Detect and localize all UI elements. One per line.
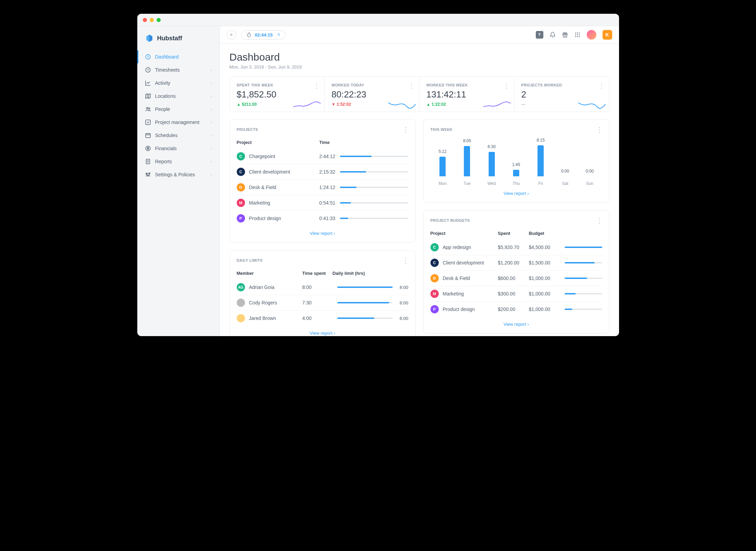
this-week-chart: 5:12 Mon8:05 Tue6:30 Wed1:45 Thu8:15 Fri… — [430, 138, 602, 186]
page-title: Dashboard — [230, 51, 609, 63]
member-avatar — [237, 299, 245, 307]
stat-value: 80:22:23 — [331, 89, 412, 100]
gift-icon — [562, 32, 568, 38]
project-name: Product design — [249, 216, 281, 221]
stat-label: WORKED THIS WEEK — [426, 83, 507, 87]
sidebar-item-financials[interactable]: Financials› — [137, 142, 220, 155]
project-icon: C — [237, 152, 245, 160]
sidebar-item-label: People — [155, 106, 170, 112]
user-badge[interactable]: K — [603, 30, 612, 40]
svg-rect-5 — [146, 134, 150, 138]
help-button[interactable]: ? — [536, 31, 543, 39]
sidebar-item-timesheets[interactable]: Timesheets› — [137, 63, 220, 76]
stat-card: ⋮ WORKED THIS WEEK 131:42:11 ▲ 1:22:02 — [419, 77, 514, 112]
notifications-button[interactable] — [550, 32, 556, 38]
project-row[interactable]: MMarketing 0:54:51 — [237, 195, 408, 211]
project-row[interactable]: CChargepoint 2:44:12 — [237, 149, 408, 164]
brand-name: Hubstaff — [157, 35, 182, 42]
page-date-range: Mon, Jun 3, 2019 - Sun, Jun 9, 2019 — [230, 64, 609, 70]
timer-pill[interactable]: 02:44:15 — [241, 30, 286, 40]
sidebar-item-reports[interactable]: Reports› — [137, 155, 220, 168]
progress-bar — [340, 187, 408, 188]
budgets-head: Project Spent Budget — [430, 229, 602, 240]
limits-view-report-link[interactable]: View report › — [310, 331, 335, 336]
project-row[interactable]: PProduct design 0:41:33 — [237, 211, 408, 226]
project-name: Chargepoint — [249, 154, 275, 159]
svg-point-15 — [578, 32, 579, 33]
stat-more-button[interactable]: ⋮ — [313, 82, 319, 90]
minimize-window-icon[interactable] — [150, 18, 154, 22]
budget-project-name: Client development — [443, 260, 484, 266]
external-link-icon — [276, 33, 280, 37]
budget-spent: $600.00 — [498, 276, 529, 281]
gifts-button[interactable] — [562, 32, 568, 38]
chart-label: Wed — [487, 181, 496, 186]
bell-icon — [550, 32, 556, 38]
this-week-view-report-link[interactable]: View report › — [503, 191, 529, 196]
limit-row[interactable]: AGAdrian Goia 8:00 8:00 — [237, 280, 408, 295]
clock-icon — [145, 67, 151, 73]
budget-amount: $1,000.00 — [529, 276, 560, 281]
chevron-right-icon: › — [211, 147, 212, 150]
profile-avatar[interactable] — [587, 30, 596, 40]
stat-label: SPENT THIS WEEK — [237, 83, 318, 87]
stat-more-button[interactable]: ⋮ — [408, 82, 414, 90]
budget-bar — [565, 309, 602, 310]
budget-bar — [565, 247, 602, 248]
sidebar-item-settings-policies[interactable]: Settings & Policies› — [137, 168, 220, 181]
sidebar-item-activity[interactable]: Activity› — [137, 76, 220, 90]
member-avatar: AG — [237, 283, 245, 291]
sidebar-item-project-management[interactable]: Project management› — [137, 116, 220, 129]
svg-point-9 — [147, 175, 148, 176]
maximize-window-icon[interactable] — [157, 18, 161, 22]
stat-card: ⋮ WORKED TODAY 80:22:23 ▼ 1:52:02 — [324, 77, 419, 112]
limit-row[interactable]: Jared Brown 4:00 6:00 — [237, 311, 408, 326]
project-row[interactable]: CClient development 2:15:32 — [237, 164, 408, 180]
budgets-view-report-link[interactable]: View report › — [503, 322, 529, 327]
project-icon: D — [237, 183, 245, 191]
project-time: 2:44:12 — [319, 154, 336, 159]
main-content: 02:44:15 ? K Dashboard Mon, Jun 3, 2019 … — [220, 26, 619, 336]
project-icon: C — [430, 243, 439, 251]
project-time: 0:54:51 — [319, 200, 336, 206]
stat-card: ⋮ SPENT THIS WEEK $1,852.50 ▲ $211.00 — [230, 77, 325, 112]
sidebar-item-people[interactable]: People› — [137, 103, 220, 116]
budget-row[interactable]: DDesk & Field $600.00 $1,000.00 — [430, 271, 602, 286]
project-row[interactable]: DDesk & Field 1:24:12 — [237, 180, 408, 195]
budget-row[interactable]: CClient development $1,200.00 $1,500.00 — [430, 255, 602, 271]
apps-button[interactable] — [574, 32, 581, 38]
projects-panel: PROJECTS ⋮ Project Time CChargepoint 2:4… — [230, 119, 416, 243]
sidebar-item-locations[interactable]: Locations› — [137, 90, 220, 103]
chart-value: 5:12 — [438, 149, 446, 154]
budget-bar — [565, 278, 602, 279]
stat-more-button[interactable]: ⋮ — [598, 82, 604, 90]
limit-row[interactable]: Cody Rogers 7:30 8:00 — [237, 295, 408, 311]
chart-column: 0:00 Sun — [581, 169, 599, 186]
budget-spent: $300.00 — [498, 291, 529, 297]
svg-point-21 — [578, 36, 579, 37]
sidebar-item-dashboard[interactable]: Dashboard — [137, 50, 220, 63]
limit-value: 8:00 — [396, 300, 408, 305]
daily-limits-more[interactable]: ⋮ — [402, 257, 408, 264]
this-week-more[interactable]: ⋮ — [596, 126, 602, 133]
daily-limits-title: DAILY LIMITS — [237, 258, 263, 262]
stat-more-button[interactable]: ⋮ — [503, 82, 509, 90]
budgets-more[interactable]: ⋮ — [596, 217, 602, 224]
budget-row[interactable]: MMarketing $300.00 $1,000.00 — [430, 286, 602, 302]
sidebar-item-schedules[interactable]: Schedules› — [137, 129, 220, 142]
chart-value: 0:00 — [586, 169, 594, 174]
budget-row[interactable]: PProduct design $200.00 $1,000.00 — [430, 302, 602, 317]
projects-panel-more[interactable]: ⋮ — [402, 126, 408, 133]
close-window-icon[interactable] — [143, 18, 147, 22]
report-icon — [145, 158, 151, 165]
svg-point-3 — [148, 108, 150, 109]
projects-view-report-link[interactable]: View report › — [310, 231, 335, 236]
stat-label: PROJECTS WORKED — [521, 83, 602, 87]
project-icon: P — [430, 305, 439, 313]
back-button[interactable] — [227, 30, 236, 40]
stat-value: 2 — [521, 89, 602, 100]
sidebar-item-label: Locations — [155, 93, 176, 99]
budget-row[interactable]: CApp redesign $5,920.70 $4,500.00 — [430, 240, 602, 255]
stat-label: WORKED TODAY — [331, 83, 412, 87]
arrow-left-icon — [230, 33, 234, 37]
